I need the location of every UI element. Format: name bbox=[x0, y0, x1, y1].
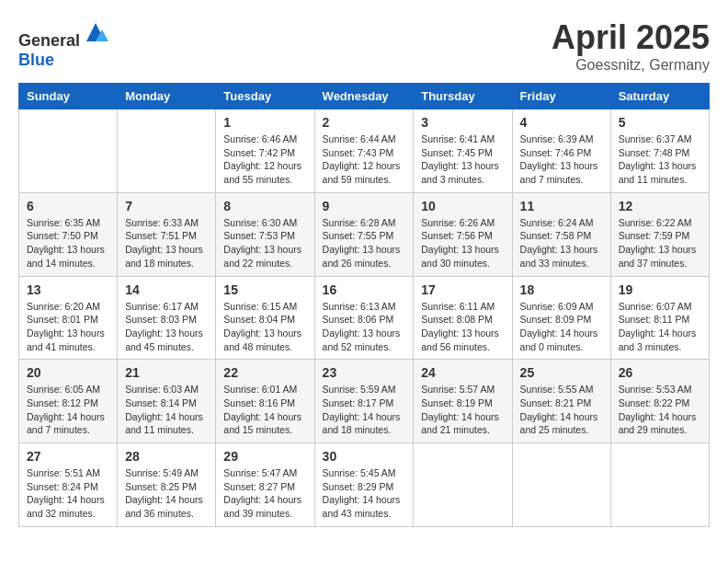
calendar-cell bbox=[19, 109, 118, 193]
day-detail: Sunrise: 5:55 AMSunset: 8:21 PMDaylight:… bbox=[520, 383, 603, 437]
day-detail: Sunrise: 6:07 AMSunset: 8:11 PMDaylight:… bbox=[619, 300, 701, 354]
day-number: 5 bbox=[619, 115, 701, 130]
day-detail: Sunrise: 5:45 AMSunset: 8:29 PMDaylight:… bbox=[323, 466, 406, 521]
day-number: 16 bbox=[323, 282, 406, 297]
calendar-cell: 17Sunrise: 6:11 AMSunset: 8:08 PMDayligh… bbox=[414, 276, 512, 360]
logo-general: General bbox=[18, 31, 80, 50]
calendar-cell: 8Sunrise: 6:30 AMSunset: 7:53 PMDaylight… bbox=[216, 192, 314, 276]
day-number: 24 bbox=[421, 365, 504, 380]
calendar-cell: 21Sunrise: 6:03 AMSunset: 8:14 PMDayligh… bbox=[118, 360, 216, 443]
calendar-cell: 18Sunrise: 6:09 AMSunset: 8:09 PMDayligh… bbox=[512, 276, 610, 360]
day-detail: Sunrise: 5:53 AMSunset: 8:22 PMDaylight:… bbox=[619, 383, 701, 437]
calendar-cell bbox=[512, 443, 610, 527]
calendar-cell: 7Sunrise: 6:33 AMSunset: 7:51 PMDaylight… bbox=[118, 192, 216, 276]
day-detail: Sunrise: 6:03 AMSunset: 8:14 PMDaylight:… bbox=[125, 383, 208, 437]
calendar-cell: 3Sunrise: 6:41 AMSunset: 7:45 PMDaylight… bbox=[414, 109, 512, 193]
calendar-cell: 2Sunrise: 6:44 AMSunset: 7:43 PMDaylight… bbox=[314, 109, 414, 193]
day-detail: Sunrise: 6:26 AMSunset: 7:56 PMDaylight:… bbox=[421, 216, 504, 270]
day-detail: Sunrise: 6:13 AMSunset: 8:06 PMDaylight:… bbox=[323, 300, 406, 354]
calendar-cell: 22Sunrise: 6:01 AMSunset: 8:16 PMDayligh… bbox=[216, 360, 314, 443]
day-number: 8 bbox=[223, 199, 306, 213]
day-detail: Sunrise: 6:37 AMSunset: 7:48 PMDaylight:… bbox=[619, 132, 701, 187]
calendar-cell: 24Sunrise: 5:57 AMSunset: 8:19 PMDayligh… bbox=[414, 360, 512, 443]
calendar-cell: 25Sunrise: 5:55 AMSunset: 8:21 PMDayligh… bbox=[512, 360, 610, 443]
weekday-header-monday: Monday bbox=[118, 84, 216, 109]
calendar-cell: 5Sunrise: 6:37 AMSunset: 7:48 PMDaylight… bbox=[610, 109, 709, 193]
calendar-cell: 9Sunrise: 6:28 AMSunset: 7:55 PMDaylight… bbox=[314, 192, 414, 276]
week-row-1: 1Sunrise: 6:46 AMSunset: 7:42 PMDaylight… bbox=[19, 109, 710, 193]
calendar-cell bbox=[610, 443, 709, 527]
day-detail: Sunrise: 6:33 AMSunset: 7:51 PMDaylight:… bbox=[125, 216, 208, 270]
day-number: 4 bbox=[520, 115, 603, 130]
day-number: 22 bbox=[223, 365, 306, 380]
day-number: 9 bbox=[323, 199, 406, 213]
day-detail: Sunrise: 5:57 AMSunset: 8:19 PMDaylight:… bbox=[421, 383, 504, 437]
weekday-header-tuesday: Tuesday bbox=[216, 84, 314, 109]
calendar-cell: 13Sunrise: 6:20 AMSunset: 8:01 PMDayligh… bbox=[19, 276, 118, 360]
calendar-cell: 11Sunrise: 6:24 AMSunset: 7:58 PMDayligh… bbox=[512, 192, 610, 276]
day-number: 13 bbox=[27, 282, 109, 297]
calendar-cell: 12Sunrise: 6:22 AMSunset: 7:59 PMDayligh… bbox=[610, 192, 709, 276]
logo-blue: Blue bbox=[18, 51, 54, 69]
day-number: 6 bbox=[27, 199, 109, 213]
day-number: 1 bbox=[223, 115, 306, 130]
day-number: 25 bbox=[520, 365, 603, 380]
day-detail: Sunrise: 6:22 AMSunset: 7:59 PMDaylight:… bbox=[619, 216, 701, 270]
calendar-cell: 20Sunrise: 6:05 AMSunset: 8:12 PMDayligh… bbox=[19, 360, 118, 443]
logo: General Blue bbox=[18, 18, 109, 70]
calendar-cell: 23Sunrise: 5:59 AMSunset: 8:17 PMDayligh… bbox=[314, 360, 414, 443]
calendar-cell: 6Sunrise: 6:35 AMSunset: 7:50 PMDaylight… bbox=[19, 192, 118, 276]
day-detail: Sunrise: 6:44 AMSunset: 7:43 PMDaylight:… bbox=[323, 132, 406, 187]
day-number: 28 bbox=[125, 449, 208, 464]
day-detail: Sunrise: 5:49 AMSunset: 8:25 PMDaylight:… bbox=[125, 466, 208, 521]
day-number: 11 bbox=[520, 199, 603, 213]
weekday-header-saturday: Saturday bbox=[610, 84, 709, 109]
day-detail: Sunrise: 6:09 AMSunset: 8:09 PMDaylight:… bbox=[520, 300, 603, 354]
weekday-header-thursday: Thursday bbox=[414, 84, 512, 109]
location-title: Goessnitz, Germany bbox=[552, 57, 710, 74]
day-detail: Sunrise: 6:41 AMSunset: 7:45 PMDaylight:… bbox=[421, 132, 504, 187]
week-row-3: 13Sunrise: 6:20 AMSunset: 8:01 PMDayligh… bbox=[19, 276, 710, 360]
day-number: 17 bbox=[421, 282, 504, 297]
calendar-cell: 29Sunrise: 5:47 AMSunset: 8:27 PMDayligh… bbox=[216, 443, 314, 527]
logo-icon bbox=[82, 18, 109, 46]
calendar-cell: 1Sunrise: 6:46 AMSunset: 7:42 PMDaylight… bbox=[216, 109, 314, 193]
weekday-header-sunday: Sunday bbox=[19, 84, 118, 109]
day-number: 29 bbox=[223, 449, 306, 464]
calendar: SundayMondayTuesdayWednesdayThursdayFrid… bbox=[18, 83, 710, 527]
day-detail: Sunrise: 6:35 AMSunset: 7:50 PMDaylight:… bbox=[27, 216, 109, 270]
week-row-5: 27Sunrise: 5:51 AMSunset: 8:24 PMDayligh… bbox=[19, 443, 710, 527]
day-detail: Sunrise: 6:17 AMSunset: 8:03 PMDaylight:… bbox=[125, 300, 208, 354]
week-row-4: 20Sunrise: 6:05 AMSunset: 8:12 PMDayligh… bbox=[19, 360, 710, 443]
day-number: 21 bbox=[125, 365, 208, 380]
day-detail: Sunrise: 5:51 AMSunset: 8:24 PMDaylight:… bbox=[27, 466, 109, 521]
day-number: 10 bbox=[421, 199, 504, 213]
calendar-cell: 26Sunrise: 5:53 AMSunset: 8:22 PMDayligh… bbox=[610, 360, 709, 443]
weekday-header-friday: Friday bbox=[512, 84, 610, 109]
day-detail: Sunrise: 5:47 AMSunset: 8:27 PMDaylight:… bbox=[223, 466, 306, 521]
day-number: 3 bbox=[421, 115, 504, 130]
day-number: 23 bbox=[323, 365, 406, 380]
calendar-cell: 15Sunrise: 6:15 AMSunset: 8:04 PMDayligh… bbox=[216, 276, 314, 360]
calendar-cell: 30Sunrise: 5:45 AMSunset: 8:29 PMDayligh… bbox=[314, 443, 414, 527]
header: General Blue April 2025 Goessnitz, Germa… bbox=[18, 18, 710, 74]
calendar-cell: 19Sunrise: 6:07 AMSunset: 8:11 PMDayligh… bbox=[610, 276, 709, 360]
day-number: 12 bbox=[619, 199, 701, 213]
day-detail: Sunrise: 6:39 AMSunset: 7:46 PMDaylight:… bbox=[520, 132, 603, 187]
day-number: 26 bbox=[619, 365, 701, 380]
day-number: 7 bbox=[125, 199, 208, 213]
calendar-cell: 27Sunrise: 5:51 AMSunset: 8:24 PMDayligh… bbox=[19, 443, 118, 527]
calendar-cell: 4Sunrise: 6:39 AMSunset: 7:46 PMDaylight… bbox=[512, 109, 610, 193]
day-number: 14 bbox=[125, 282, 208, 297]
day-number: 19 bbox=[619, 282, 701, 297]
day-number: 15 bbox=[223, 282, 306, 297]
day-number: 27 bbox=[27, 449, 109, 464]
day-detail: Sunrise: 6:46 AMSunset: 7:42 PMDaylight:… bbox=[223, 132, 306, 187]
day-detail: Sunrise: 6:30 AMSunset: 7:53 PMDaylight:… bbox=[223, 216, 306, 270]
weekday-header-wednesday: Wednesday bbox=[314, 84, 414, 109]
calendar-cell: 10Sunrise: 6:26 AMSunset: 7:56 PMDayligh… bbox=[414, 192, 512, 276]
calendar-cell: 14Sunrise: 6:17 AMSunset: 8:03 PMDayligh… bbox=[118, 276, 216, 360]
month-title: April 2025 bbox=[552, 18, 710, 57]
day-number: 18 bbox=[520, 282, 603, 297]
calendar-cell: 28Sunrise: 5:49 AMSunset: 8:25 PMDayligh… bbox=[118, 443, 216, 527]
